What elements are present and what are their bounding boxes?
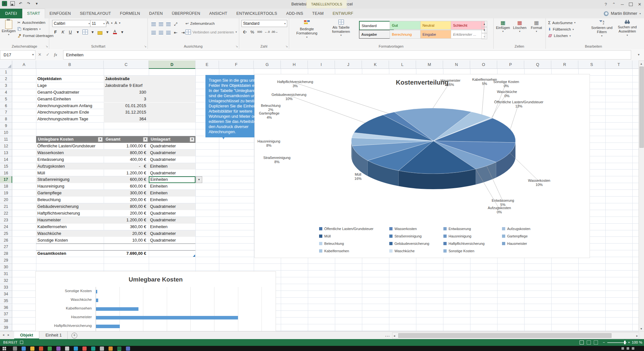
- scroll-right-icon[interactable]: ▸: [636, 334, 638, 337]
- view-normal-icon[interactable]: [580, 340, 584, 345]
- cell-B8[interactable]: Abrechnungszeitraum Tage: [37, 116, 115, 123]
- thousands-format-button[interactable]: 000: [256, 28, 263, 35]
- cell-C8[interactable]: 364: [104, 116, 146, 123]
- view-page-break-icon[interactable]: [594, 340, 598, 345]
- column-header-J[interactable]: J: [335, 60, 362, 69]
- column-header-P[interactable]: P: [497, 60, 524, 69]
- font-size-select[interactable]: 11▾: [90, 20, 106, 27]
- scroll-up-icon[interactable]: ▴: [639, 62, 643, 65]
- cell-C4[interactable]: 330: [104, 89, 146, 96]
- cell-B15[interactable]: Aufzugskosten: [37, 163, 103, 170]
- cell-D20[interactable]: Einheiten: [150, 197, 194, 203]
- taskbar-app-icon[interactable]: [30, 346, 34, 351]
- row-header-11[interactable]: 11: [0, 136, 12, 143]
- row-header-5[interactable]: 5: [0, 96, 12, 103]
- cell-B16[interactable]: Müll: [37, 170, 103, 177]
- cell-B7[interactable]: Abrechnungszeitraum Ende: [37, 109, 115, 116]
- row-header-10[interactable]: 10: [0, 129, 12, 136]
- cell-C14[interactable]: 400,00 €: [104, 156, 146, 163]
- row-header-8[interactable]: 8: [0, 116, 12, 123]
- row-header-21[interactable]: 21: [0, 203, 12, 210]
- align-bottom-button[interactable]: [165, 21, 172, 28]
- cut-button[interactable]: ✂Ausschneiden: [17, 20, 45, 25]
- number-format-select[interactable]: Standard▾: [242, 20, 287, 27]
- zoom-out-icon[interactable]: −: [603, 339, 605, 346]
- horizontal-scroll-thumb[interactable]: [398, 333, 611, 338]
- taskbar-app-icon[interactable]: [109, 346, 113, 351]
- tray-icon[interactable]: [632, 347, 634, 350]
- gallery-up-icon[interactable]: ▴: [481, 21, 487, 27]
- merge-center-button[interactable]: Verbinden und zentrieren▾: [185, 30, 237, 34]
- cell-B24[interactable]: Kabelfernsehen: [37, 224, 103, 230]
- taskbar-app-icon[interactable]: [126, 346, 130, 351]
- filter-dropdown-icon[interactable]: ▾: [143, 137, 148, 142]
- taskbar-app-icon[interactable]: [100, 346, 104, 351]
- cell-D24[interactable]: Einheiten: [150, 224, 194, 230]
- cell-C23[interactable]: 1.200,00 €: [104, 217, 146, 224]
- cell-D15[interactable]: Einheiten: [150, 163, 194, 170]
- restore-icon[interactable]: [629, 3, 633, 6]
- cancel-icon[interactable]: ✕: [38, 52, 42, 57]
- cell-D16[interactable]: Quadratmeter: [150, 170, 194, 177]
- column-header-G[interactable]: G: [254, 60, 281, 69]
- ribbon-display-icon[interactable]: ⌃: [612, 2, 616, 7]
- zoom-slider[interactable]: [607, 342, 627, 343]
- cell-C22[interactable]: 200,00 €: [104, 210, 146, 217]
- cell-C20[interactable]: 200,00 €: [104, 197, 146, 203]
- dialog-launcher-icon[interactable]: ↘: [45, 45, 48, 48]
- row-header-36[interactable]: 36: [0, 304, 12, 311]
- zoom-level[interactable]: 100 %: [632, 339, 642, 346]
- scroll-down-icon[interactable]: ▾: [639, 327, 643, 330]
- cell-C19[interactable]: 300,00 €: [104, 190, 146, 197]
- cell-B26[interactable]: Sonstige Kosten: [37, 237, 103, 244]
- fill-color-options-icon[interactable]: ▾: [104, 28, 111, 35]
- row-header-12[interactable]: 12: [0, 143, 12, 150]
- cell-D23[interactable]: Quadratmeter: [150, 217, 194, 224]
- row-header-39[interactable]: 39: [0, 324, 12, 331]
- column-header-N[interactable]: N: [443, 60, 470, 69]
- column-header-S[interactable]: S: [578, 60, 605, 69]
- row-header-15[interactable]: 15: [0, 163, 12, 170]
- cell-B19[interactable]: Gartenpflege: [37, 190, 103, 197]
- underline-button[interactable]: U: [67, 28, 74, 35]
- row-header-30[interactable]: 30: [0, 264, 12, 271]
- row-header-35[interactable]: 35: [0, 298, 12, 304]
- cell-B17[interactable]: Straßenreinigung: [37, 176, 103, 183]
- cell-C6[interactable]: 01.01.2015: [104, 103, 146, 109]
- column-header-Q[interactable]: Q: [524, 60, 551, 69]
- gallery-more-icon[interactable]: ⌄: [481, 33, 487, 39]
- gallery-down-icon[interactable]: ▾: [481, 27, 487, 33]
- cell-D18[interactable]: Einheiten: [150, 183, 194, 190]
- dialog-launcher-icon[interactable]: ↘: [285, 45, 288, 48]
- cell-style-neutral[interactable]: Neutral: [420, 21, 454, 30]
- column-header-O[interactable]: O: [470, 60, 497, 69]
- table-resize-handle[interactable]: [193, 254, 195, 257]
- cell-style-erkl-render-[interactable]: Erklärender ...: [451, 30, 485, 39]
- taskbar-app-icon[interactable]: [74, 346, 78, 351]
- dialog-launcher-icon[interactable]: ↘: [144, 45, 147, 48]
- start-button[interactable]: [3, 347, 6, 350]
- dialog-launcher-icon[interactable]: ↘: [235, 45, 238, 48]
- taskbar-app-icon[interactable]: [22, 346, 26, 351]
- percent-format-button[interactable]: %: [249, 28, 256, 35]
- row-header-1[interactable]: 1: [0, 69, 12, 76]
- format-as-table-button[interactable]: Als Tabelle formatieren▾: [325, 20, 357, 43]
- borders-options-icon[interactable]: ▾: [89, 28, 96, 35]
- row-header-28[interactable]: 28: [0, 250, 12, 257]
- row-header-24[interactable]: 24: [0, 224, 12, 230]
- autosum-button[interactable]: ΣAutoSumme▾: [548, 20, 575, 25]
- copy-button[interactable]: Kopieren▾: [17, 27, 41, 31]
- cell-C5[interactable]: 3: [104, 96, 146, 103]
- cell-D12[interactable]: Quadratmeter: [150, 143, 194, 150]
- row-header-34[interactable]: 34: [0, 291, 12, 298]
- orientation-button[interactable]: ⤢: [172, 21, 179, 28]
- macro-record-icon[interactable]: [20, 341, 23, 344]
- row-header-33[interactable]: 33: [0, 284, 12, 291]
- formula-bar-expand-icon[interactable]: ▾: [638, 53, 639, 56]
- row-header-3[interactable]: 3: [0, 82, 12, 89]
- account-area[interactable]: Martin Böhmer ▾: [604, 9, 641, 18]
- decrease-font-button[interactable]: A▼: [115, 21, 121, 25]
- selected-cell-D17[interactable]: Einheiten: [149, 176, 195, 183]
- font-color-button[interactable]: A: [111, 28, 118, 35]
- column-header-D[interactable]: D: [149, 60, 195, 69]
